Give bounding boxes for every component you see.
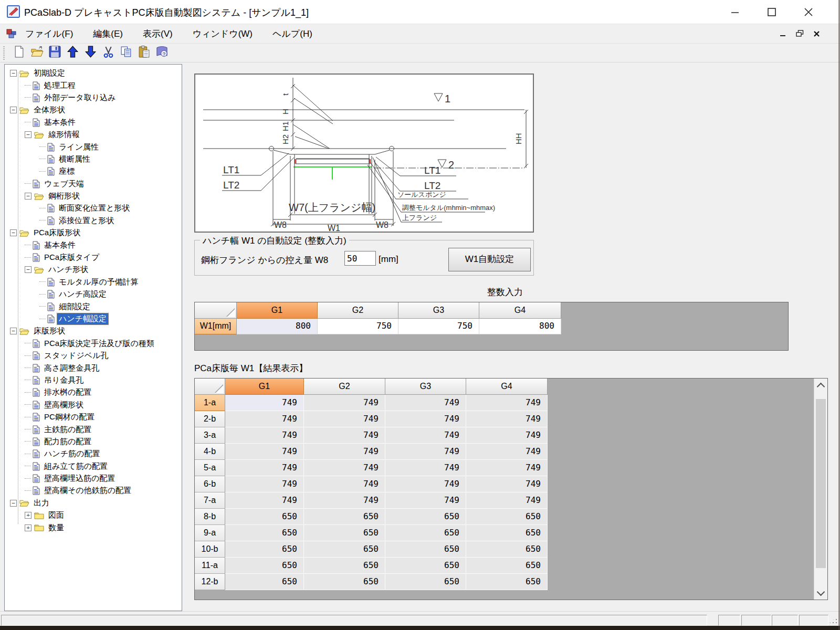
tree-item[interactable]: 高さ調整金具孔 (5, 362, 182, 374)
tree-item-label[interactable]: ハンチ幅設定 (57, 313, 108, 324)
tree-item[interactable]: 断面変化位置と形状 (5, 202, 182, 214)
cut-icon[interactable] (100, 45, 116, 60)
tree-item[interactable]: ハンチ高設定 (5, 288, 182, 300)
tree-item-label[interactable]: 壁高欄形状 (43, 400, 85, 411)
result-value-cell[interactable]: 749 (385, 395, 466, 411)
move-down-icon[interactable] (82, 45, 98, 60)
tree-item[interactable]: 壁高欄埋込筋の配置 (5, 472, 182, 485)
tree-item-label[interactable]: PC鋼材の配置 (43, 412, 96, 423)
tree-item-label[interactable]: 線形情報 (47, 129, 81, 140)
result-value-cell[interactable]: 650 (304, 525, 385, 541)
result-value-cell[interactable]: 749 (225, 492, 304, 509)
collapse-icon[interactable]: − (25, 131, 32, 138)
row-header-5-a[interactable]: 5-a (195, 460, 225, 476)
tree-item[interactable]: 座標 (5, 165, 182, 177)
tree-item-label[interactable]: 配力筋の配置 (43, 436, 93, 447)
tree-item-label[interactable]: 添接位置と形状 (57, 215, 116, 226)
paste-icon[interactable] (136, 45, 152, 60)
tree-item-label[interactable]: 全体形状 (32, 104, 67, 116)
tree-item[interactable]: 壁高欄その他鉄筋の配置 (5, 485, 182, 497)
result-value-cell[interactable]: 749 (385, 411, 466, 427)
collapse-icon[interactable]: − (10, 328, 17, 334)
tree-item-label[interactable]: ライン属性 (57, 142, 100, 153)
result-value-cell[interactable]: 749 (466, 395, 548, 411)
tree-item-label[interactable]: ハンチ高設定 (57, 289, 108, 300)
help-icon[interactable]: ? (154, 45, 170, 60)
vertical-scrollbar[interactable] (814, 379, 827, 600)
result-value-cell[interactable]: 650 (304, 574, 385, 590)
result-value-cell[interactable]: 749 (385, 476, 466, 492)
tree-item-label[interactable]: 数量 (47, 522, 66, 533)
result-value-cell[interactable]: 749 (466, 460, 548, 476)
row-header-10-b[interactable]: 10-b (195, 541, 225, 558)
collapse-icon[interactable]: − (10, 229, 17, 236)
result-value-cell[interactable]: 749 (225, 476, 304, 492)
tree-item-label[interactable]: 床版形状 (32, 326, 67, 337)
result-value-cell[interactable]: 749 (304, 444, 385, 460)
tree-item-label[interactable]: 出力 (32, 498, 51, 509)
mdi-minimize-button[interactable] (775, 27, 790, 40)
row-header-12-b[interactable]: 12-b (195, 574, 225, 590)
copy-icon[interactable] (118, 45, 134, 60)
tree-item-label[interactable]: PCa床版形状 (32, 227, 82, 238)
result-value-cell[interactable]: 650 (466, 574, 548, 590)
move-up-icon[interactable] (65, 45, 80, 60)
collapse-icon[interactable]: − (10, 107, 17, 113)
result-value-cell[interactable]: 650 (385, 558, 466, 574)
result-value-cell[interactable]: 749 (304, 411, 385, 427)
result-value-cell[interactable]: 650 (304, 509, 385, 525)
result-value-cell[interactable]: 650 (225, 541, 304, 558)
w1-value-cell[interactable]: 750 (318, 319, 398, 334)
menu-item-5[interactable]: ヘルプ(H) (272, 24, 312, 40)
tree-item[interactable]: 基本条件 (5, 117, 182, 129)
result-value-cell[interactable]: 749 (225, 411, 304, 427)
tree-item[interactable]: 組み立て筋の配置 (5, 460, 182, 472)
tree-item[interactable]: 吊り金具孔 (5, 374, 182, 386)
column-header-g2[interactable]: G2 (304, 379, 385, 395)
tree-item[interactable]: −鋼桁形状 (5, 190, 182, 202)
column-header-g3[interactable]: G3 (398, 302, 479, 319)
w8-input[interactable] (344, 251, 376, 266)
tree-item-label[interactable]: PCa床版タイプ (43, 252, 101, 263)
tree-item-label[interactable]: ハンチ形状 (47, 264, 90, 275)
row-header-3-a[interactable]: 3-a (195, 427, 225, 444)
tree-item-label[interactable]: 排水桝の配置 (43, 387, 93, 398)
result-value-cell[interactable]: 650 (225, 509, 304, 525)
menu-item-3[interactable]: 表示(V) (143, 24, 173, 40)
tree-item-label[interactable]: 細部設定 (57, 301, 92, 312)
tree-item-label[interactable]: 断面変化位置と形状 (57, 203, 131, 214)
result-value-cell[interactable]: 749 (304, 427, 385, 444)
tree-item[interactable]: 細部設定 (5, 300, 182, 312)
result-value-cell[interactable]: 749 (466, 411, 548, 427)
tree-item-label[interactable]: 処理工程 (43, 80, 77, 91)
tree-item[interactable]: 主鉄筋の配置 (5, 423, 182, 435)
tree-item[interactable]: PCa床版タイプ (5, 251, 182, 264)
w1-auto-set-button[interactable]: W1自動設定 (448, 248, 531, 271)
tree-item[interactable]: 基本条件 (5, 239, 182, 251)
tree-item[interactable]: −初期設定 (5, 67, 182, 79)
expand-icon[interactable]: + (25, 524, 32, 531)
result-value-cell[interactable]: 749 (225, 427, 304, 444)
column-header-g4[interactable]: G4 (479, 302, 561, 319)
collapse-icon[interactable]: − (25, 193, 32, 200)
column-header-g1[interactable]: G1 (237, 302, 318, 319)
result-value-cell[interactable]: 650 (466, 541, 548, 558)
tree-item-label[interactable]: ハンチ筋の配置 (43, 448, 101, 459)
result-value-cell[interactable]: 650 (225, 558, 304, 574)
save-icon[interactable] (47, 45, 62, 60)
tree-item[interactable]: スタッドジベル孔 (5, 350, 182, 362)
tree-item[interactable]: 処理工程 (5, 79, 182, 91)
result-value-cell[interactable]: 650 (304, 541, 385, 558)
result-value-cell[interactable]: 749 (385, 460, 466, 476)
w1-value-cell[interactable]: 800 (479, 319, 561, 334)
result-value-cell[interactable]: 749 (466, 427, 548, 444)
tree-item[interactable]: −出力 (5, 497, 182, 509)
tree-item-label[interactable]: 基本条件 (43, 117, 77, 128)
tree-item[interactable]: −床版形状 (5, 325, 182, 337)
tree-item[interactable]: 壁高欄形状 (5, 399, 182, 411)
row-header-9-a[interactable]: 9-a (195, 525, 225, 541)
result-value-cell[interactable]: 749 (466, 476, 548, 492)
tree-item-label[interactable]: モルタル厚の予備計算 (57, 277, 140, 288)
result-value-cell[interactable]: 650 (466, 525, 548, 541)
row-header-2-b[interactable]: 2-b (195, 411, 225, 427)
